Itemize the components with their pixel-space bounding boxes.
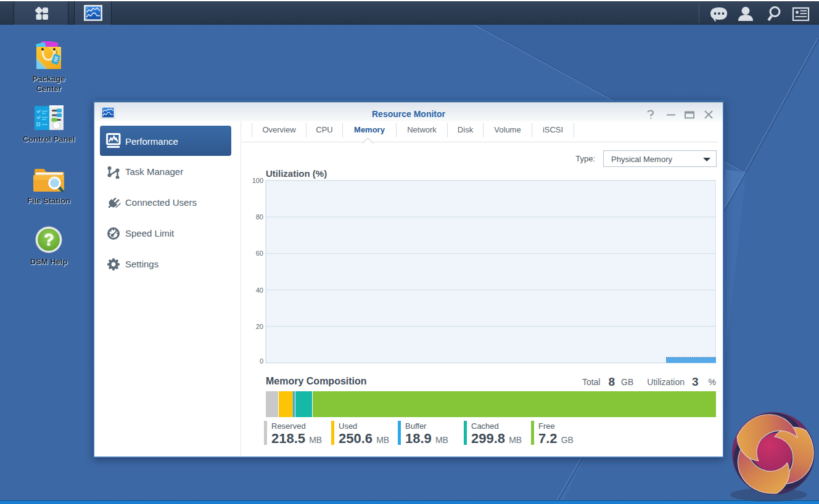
svg-text:20: 20 bbox=[256, 323, 263, 330]
svg-text:?: ? bbox=[44, 230, 54, 249]
svg-text:0: 0 bbox=[260, 357, 263, 365]
svg-text:40: 40 bbox=[256, 287, 263, 294]
svg-text:100: 100 bbox=[252, 178, 263, 184]
svg-text:80: 80 bbox=[256, 213, 263, 221]
svg-text:60: 60 bbox=[256, 250, 263, 257]
